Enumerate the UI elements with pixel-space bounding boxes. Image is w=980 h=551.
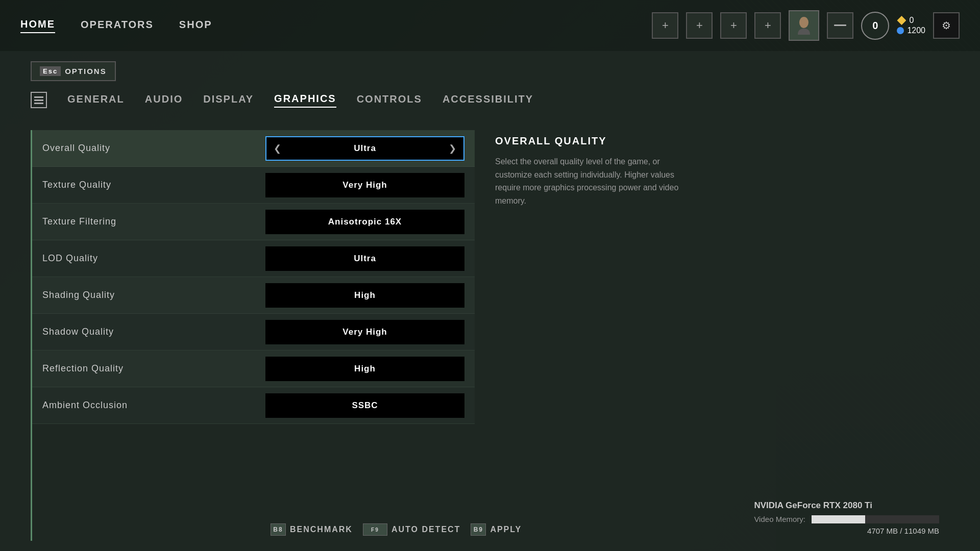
slot-button-3[interactable]: +: [720, 12, 747, 39]
auto-detect-label: AUTO DETECT: [391, 525, 460, 534]
nav-link-home[interactable]: HOME: [20, 18, 55, 33]
top-bar-right: + + + + 0 0 1200 ⚙: [652, 10, 960, 41]
setting-row-shading-quality[interactable]: Shading Quality High: [32, 277, 475, 314]
top-navigation-bar: HOME OPERATORS SHOP + + + + 0 0 120: [0, 0, 980, 51]
esc-options-button[interactable]: Esc OPTIONS: [31, 61, 116, 81]
quality-info-title: OVERALL QUALITY: [495, 135, 939, 147]
setting-value-overall-quality: Ultra: [354, 143, 376, 154]
blue-currency: 1200: [897, 26, 925, 35]
setting-control-texture-quality[interactable]: Very High: [265, 173, 464, 197]
setting-control-ambient-occlusion[interactable]: SSBC: [265, 393, 464, 418]
settings-tabs: GENERAL AUDIO DISPLAY GRAPHICS CONTROLS …: [31, 92, 533, 108]
blue-currency-icon: [897, 27, 904, 34]
svg-rect-2: [34, 96, 43, 98]
setting-row-lod-quality[interactable]: LOD Quality Ultra: [32, 240, 475, 277]
nav-link-operators[interactable]: OPERATORS: [81, 19, 154, 33]
main-content-area: Overall Quality ❮ Ultra ❯ Texture Qualit…: [31, 130, 949, 541]
setting-value-texture-quality: Very High: [342, 180, 387, 190]
setting-row-overall-quality[interactable]: Overall Quality ❮ Ultra ❯: [32, 130, 475, 167]
setting-control-texture-filtering[interactable]: Anisotropic 16X: [265, 210, 464, 234]
gold-currency: 0: [897, 16, 914, 25]
weapon-slot[interactable]: [827, 12, 853, 39]
gold-icon: [897, 16, 906, 25]
setting-value-ambient-occlusion: SSBC: [352, 400, 378, 411]
vram-amount: 4707 MB / 11049 MB: [867, 527, 939, 535]
setting-label-lod-quality: LOD Quality: [42, 253, 265, 264]
tab-graphics[interactable]: GRAPHICS: [274, 93, 336, 108]
quality-info-description: Select the overall quality level of the …: [495, 155, 679, 207]
setting-value-shadow-quality: Very High: [342, 327, 387, 337]
tab-display[interactable]: DISPLAY: [203, 93, 254, 107]
vram-label: Video Memory:: [754, 515, 805, 523]
bottom-action-buttons: B8 BENCHMARK F9 AUTO DETECT B9 APPLY: [271, 523, 522, 536]
benchmark-button[interactable]: B8 BENCHMARK: [271, 523, 353, 536]
tab-controls[interactable]: CONTROLS: [357, 93, 422, 107]
setting-control-reflection-quality[interactable]: High: [265, 357, 464, 381]
slot-button-1[interactable]: +: [652, 12, 678, 39]
setting-row-ambient-occlusion[interactable]: Ambient Occlusion SSBC: [32, 387, 475, 424]
setting-value-reflection-quality: High: [354, 364, 376, 374]
setting-control-shading-quality[interactable]: High: [265, 283, 464, 308]
options-label: OPTIONS: [65, 67, 107, 76]
setting-label-texture-quality: Texture Quality: [42, 180, 265, 190]
setting-value-shading-quality: High: [354, 290, 376, 300]
setting-label-shading-quality: Shading Quality: [42, 290, 265, 300]
right-info-panel: OVERALL QUALITY Select the overall quali…: [485, 130, 949, 541]
nav-link-shop[interactable]: SHOP: [179, 19, 212, 33]
setting-label-reflection-quality: Reflection Quality: [42, 363, 265, 374]
main-settings-button[interactable]: ⚙: [933, 12, 960, 39]
vram-bar-fill: [812, 515, 865, 523]
auto-detect-key: F9: [363, 523, 387, 536]
gpu-info-panel: NVIDIA GeForce RTX 2080 Ti Video Memory:…: [754, 500, 939, 536]
setting-row-shadow-quality[interactable]: Shadow Quality Very High: [32, 314, 475, 350]
gold-amount: 0: [909, 16, 914, 25]
esc-key-label: Esc: [40, 66, 61, 76]
auto-detect-button[interactable]: F9 AUTO DETECT: [363, 523, 460, 536]
vram-row: Video Memory:: [754, 515, 939, 523]
options-panel: Esc OPTIONS GENERAL AUDIO DISPLAY GRAPHI…: [0, 51, 980, 551]
setting-value-texture-filtering: Anisotropic 16X: [328, 217, 402, 227]
settings-list: Overall Quality ❮ Ultra ❯ Texture Qualit…: [31, 130, 475, 541]
currency-display: 0 1200: [897, 16, 925, 35]
tab-general[interactable]: GENERAL: [67, 93, 125, 107]
svg-point-0: [799, 17, 808, 28]
setting-row-texture-filtering[interactable]: Texture Filtering Anisotropic 16X: [32, 204, 475, 240]
benchmark-label: BENCHMARK: [290, 525, 353, 534]
svg-rect-4: [34, 103, 43, 104]
tab-accessibility[interactable]: ACCESSIBILITY: [443, 93, 533, 107]
setting-label-texture-filtering: Texture Filtering: [42, 216, 265, 227]
setting-control-overall-quality[interactable]: ❮ Ultra ❯: [265, 136, 464, 161]
setting-label-overall-quality: Overall Quality: [42, 143, 265, 154]
slot-button-4[interactable]: +: [754, 12, 781, 39]
apply-button[interactable]: B9 APPLY: [471, 523, 522, 536]
settings-tab-icon: [31, 92, 47, 108]
nav-links: HOME OPERATORS SHOP: [20, 18, 212, 33]
svg-rect-1: [834, 24, 846, 26]
setting-row-texture-quality[interactable]: Texture Quality Very High: [32, 167, 475, 204]
benchmark-key: B8: [271, 523, 286, 536]
setting-control-shadow-quality[interactable]: Very High: [265, 320, 464, 344]
setting-value-lod-quality: Ultra: [354, 254, 376, 264]
level-badge: 0: [861, 12, 889, 40]
setting-control-lod-quality[interactable]: Ultra: [265, 246, 464, 271]
tab-audio[interactable]: AUDIO: [145, 93, 183, 107]
operator-portrait[interactable]: [789, 10, 819, 41]
setting-row-reflection-quality[interactable]: Reflection Quality High: [32, 350, 475, 387]
setting-label-shadow-quality: Shadow Quality: [42, 327, 265, 337]
arrow-right-overall-quality[interactable]: ❯: [445, 139, 460, 158]
apply-label: APPLY: [490, 525, 522, 534]
arrow-left-overall-quality[interactable]: ❮: [270, 139, 285, 158]
gpu-name: NVIDIA GeForce RTX 2080 Ti: [754, 500, 939, 511]
apply-key: B9: [471, 523, 486, 536]
svg-rect-3: [34, 99, 43, 101]
setting-label-ambient-occlusion: Ambient Occlusion: [42, 400, 265, 411]
slot-button-2[interactable]: +: [686, 12, 713, 39]
vram-bar-container: [812, 515, 939, 523]
blue-amount: 1200: [907, 26, 925, 35]
